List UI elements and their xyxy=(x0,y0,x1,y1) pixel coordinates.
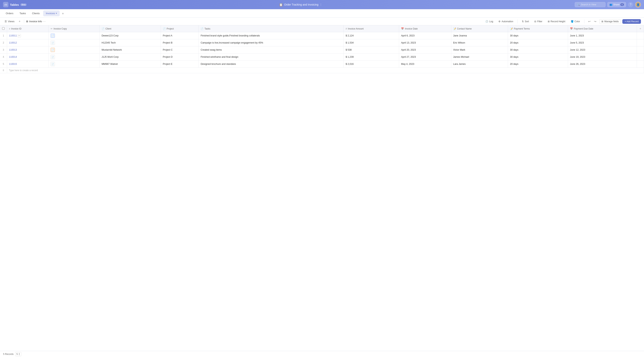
client-value: J1J5 Worli Corp xyxy=(102,56,119,58)
contact-name-value: Lara James xyxy=(453,63,466,66)
page-down-icon[interactable]: ▼ xyxy=(18,354,20,356)
col-header-invoice-id[interactable]: ≡ Invoice ID xyxy=(7,25,49,32)
client-value: Mustarrdd Network xyxy=(102,48,122,51)
payment-due-date-value: June 12, 2023 xyxy=(570,48,585,51)
invoice-date-cell: April 6, 2023 xyxy=(399,32,451,39)
filter-icon: ⊟ xyxy=(534,20,536,23)
payment-due-date-cell: June 1, 2023 xyxy=(568,32,637,39)
views-label: Views xyxy=(8,20,14,23)
manage-fields-button[interactable]: ⊞ Manage fields xyxy=(599,19,621,24)
col-header-invoice-date[interactable]: 📅 Invoice Date xyxy=(399,25,451,32)
col-add-button[interactable]: ＋ xyxy=(637,25,644,32)
tab-clients[interactable]: Clients xyxy=(29,10,42,16)
edit-icon[interactable]: ✏ xyxy=(18,34,21,38)
tasks-cell: Campaign is live,Increased campaign enga… xyxy=(199,39,344,46)
help-button[interactable]: ? xyxy=(628,2,633,7)
payment-terms-cell: 20 days xyxy=(508,39,568,46)
add-column-icon[interactable]: ＋ xyxy=(639,27,642,30)
payment-due-date-cell: June 19, 2023 xyxy=(568,54,637,60)
tasks-value: Campaign is live,Increased campaign enga… xyxy=(200,42,263,44)
add-record-button[interactable]: + Add Record xyxy=(622,19,641,24)
contact-name-cell: James Michael xyxy=(451,54,508,60)
log-button[interactable]: 🕐 Log xyxy=(484,19,495,24)
add-view-button[interactable]: ＋ xyxy=(17,19,22,24)
invoice-copy-icon[interactable]: 📄 xyxy=(51,62,55,66)
contact-name-cell: Jane Joanna xyxy=(451,32,508,39)
invoice-copy-icon[interactable]: 📄 xyxy=(51,34,55,38)
color-label: Color xyxy=(574,20,580,23)
tab-tasks[interactable]: Tasks xyxy=(17,10,28,16)
record-height-button[interactable]: ⊞ Record Height xyxy=(546,19,567,24)
invoice-id-cell: 110013 xyxy=(7,46,49,54)
col-header-payment-terms[interactable]: 📝 Payment Terms xyxy=(508,25,568,32)
invoice-id-cell: 110015 xyxy=(7,60,49,68)
bottom-bar: 5 Records 5 ▲ ▼ xyxy=(0,351,644,357)
invoice-id-col-icon: ≡ xyxy=(9,28,10,30)
records-count: 5 Records xyxy=(3,353,14,356)
create-record-prompt[interactable]: Type here to create a record xyxy=(7,68,644,73)
invoice-copy-icon[interactable]: 📄 xyxy=(51,41,55,45)
invoice-id-value: 110011 ✏ xyxy=(9,34,47,38)
undo-button[interactable]: ↩ xyxy=(587,19,592,24)
redo-button[interactable]: ↪ xyxy=(592,19,598,24)
invoice-id-value: 110012 xyxy=(9,42,47,44)
invoice-date-cell: April 20, 2023 xyxy=(399,46,451,54)
col-header-invoice-copy[interactable]: ✏ Invoice Copy xyxy=(49,25,100,32)
select-all-checkbox[interactable] xyxy=(2,27,4,30)
client-col-icon: 📄 xyxy=(102,28,104,30)
payment-due-date-value: June 1, 2023 xyxy=(570,34,584,37)
search-box[interactable]: 🔍 Search in View xyxy=(575,2,606,7)
tab-invoices-label: Invoices xyxy=(46,12,55,15)
automation-button[interactable]: ⚙ Automation xyxy=(496,19,515,24)
invoice-amount-value: $ 1,534 xyxy=(346,42,354,44)
share-button[interactable]: 👥 Share 6 xyxy=(607,2,626,7)
invoice-amount-col-icon: # xyxy=(346,28,347,30)
toolbar-left: ☰ Views ＋ ⊞ Invoice Info ⋯ xyxy=(3,19,482,24)
col-header-tasks[interactable]: 📄 Tasks xyxy=(199,25,344,32)
row-number-cell: 1 xyxy=(0,32,7,39)
color-button[interactable]: 🪣 Color xyxy=(569,19,582,24)
filter-button[interactable]: ⊟ Filter xyxy=(532,19,544,24)
doc-options-icon[interactable]: ⋮ xyxy=(320,3,322,6)
invoice-id-cell: 110014 xyxy=(7,54,49,60)
payment-due-date-cell: June 12, 2023 xyxy=(568,46,637,54)
tab-invoices[interactable]: Invoices ▾ xyxy=(43,10,60,16)
page-arrows[interactable]: ▲ ▼ xyxy=(18,352,20,356)
invoice-copy-cell: 📄 xyxy=(49,32,100,39)
col-header-contact-name[interactable]: 📝 Contact Name xyxy=(451,25,508,32)
tasks-cell: Created swag items xyxy=(199,46,344,54)
invoice-copy-icon[interactable]: 📄 xyxy=(51,48,55,52)
invoice-amount-cell: $ 2,016 xyxy=(344,60,399,68)
user-avatar[interactable]: 👤 xyxy=(635,2,641,8)
contact-name-cell: Eric Wilson xyxy=(451,39,508,46)
invoice-copy-icon[interactable]: 📄 xyxy=(51,55,55,59)
col-header-invoice-amount[interactable]: # Invoice Amount xyxy=(344,25,399,32)
col-header-client[interactable]: 📄 Client xyxy=(100,25,161,32)
view-options-button[interactable]: ⋯ xyxy=(43,20,46,23)
invoice-date-cell: May 4, 2023 xyxy=(399,60,451,68)
automation-label: Automation xyxy=(502,20,513,23)
row-number-cell: 4 xyxy=(0,54,7,60)
payment-terms-cell: 30 days xyxy=(508,46,568,54)
add-record-label: + Add Record xyxy=(625,20,639,23)
payment-terms-value: 30 days xyxy=(510,34,518,37)
project-value: Project B xyxy=(163,42,172,44)
invoice-amount-value: $ 2,124 xyxy=(346,34,354,37)
invoice-id-text: 110012 xyxy=(9,42,17,44)
col-header-payment-due-date[interactable]: 📅 Payment Due Date xyxy=(568,25,637,32)
manage-fields-label: Manage fields xyxy=(604,20,619,23)
create-record-row: 6 Type here to create a record xyxy=(0,68,644,73)
col-header-project[interactable]: 📄 Project xyxy=(161,25,198,32)
sort-button[interactable]: ⇅ Sort xyxy=(520,19,531,24)
tab-invoices-dropdown-icon[interactable]: ▾ xyxy=(56,12,57,14)
tasks-cell: Finished wireframe and final design xyxy=(199,54,344,60)
page-number: 5 xyxy=(16,353,18,356)
checkbox-header[interactable] xyxy=(0,25,7,32)
invoice-amount-value: $ 538 xyxy=(346,48,352,51)
row-number: 3 xyxy=(3,48,4,51)
add-tab-button[interactable]: ＋ xyxy=(60,10,66,16)
project-col-label: Project xyxy=(167,28,174,30)
tab-orders[interactable]: Orders xyxy=(3,10,16,16)
share-icon: 👥 xyxy=(610,3,612,6)
views-button[interactable]: ☰ Views xyxy=(3,19,16,24)
